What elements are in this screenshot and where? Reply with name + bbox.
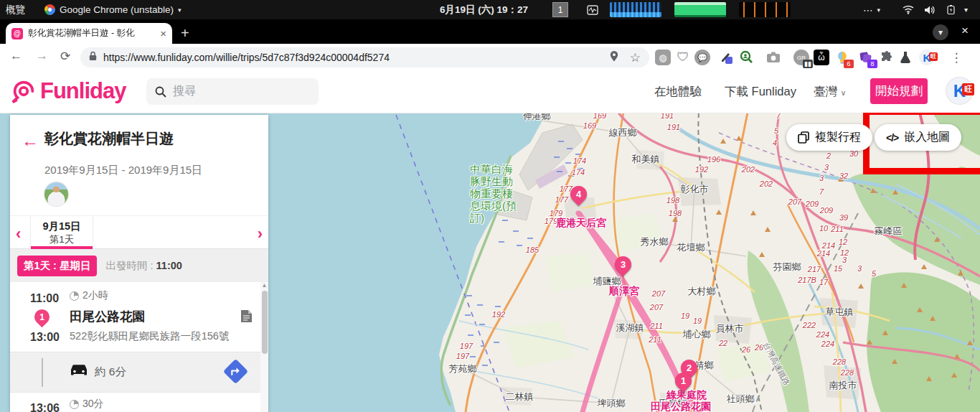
map-marker-4[interactable]: 4 <box>567 182 590 206</box>
road-ref-label: 3 <box>857 264 862 273</box>
road-ref-label: 39 <box>839 213 848 222</box>
tab-title: 彰化賞花潮帽半日遊 - 彰化 <box>28 27 155 39</box>
road-ref-label: 207 <box>788 197 801 206</box>
extensions-puzzle-icon[interactable] <box>879 50 895 65</box>
road-ref-label: 192 <box>492 310 505 319</box>
road-ref-label: 224 <box>816 330 829 339</box>
scroll-up-arrow[interactable]: ▲ <box>260 282 268 289</box>
bookmark-star-icon[interactable]: ☆ <box>630 50 641 65</box>
ext-stack-icon[interactable]: 8 <box>858 50 874 65</box>
road-ref-label: 169 <box>593 113 606 120</box>
ext-line-icon[interactable]: 💬 <box>694 50 710 65</box>
tab-strip: @ 彰化賞花潮帽半日遊 - 彰化 × + ▾ × <box>0 19 980 44</box>
location-pin-icon[interactable] <box>610 51 618 65</box>
next-day-chevron[interactable]: › <box>258 225 263 243</box>
map-marker-1[interactable]: 1 <box>672 369 695 393</box>
road-ref-label: 211 <box>831 225 844 233</box>
tray-chevron-icon[interactable]: ▾ <box>964 0 968 19</box>
road-ref-label: 10 <box>819 224 828 233</box>
tab-close-icon[interactable]: × <box>160 28 166 39</box>
ext-badge: 8 <box>867 60 877 68</box>
itinerary-stop-2[interactable]: 13:06 30分 <box>10 393 260 412</box>
browser-profile-avatar[interactable]: K旺 <box>919 50 935 65</box>
tab-search-icon[interactable]: ▾ <box>933 24 948 40</box>
url-text[interactable]: https://www.funliday.com/willie/trips/5d… <box>103 52 603 63</box>
wifi-icon[interactable] <box>903 0 914 19</box>
volume-icon[interactable] <box>924 0 936 19</box>
ext-search-person-icon[interactable] <box>738 50 754 65</box>
town-label: 草屯鎮 <box>826 306 854 319</box>
ext-lamp-icon[interactable]: ◍ <box>655 50 671 65</box>
clock-icon <box>70 400 79 409</box>
network-graph <box>739 0 791 19</box>
nav-download-funliday[interactable]: 下載 Funliday <box>725 84 796 100</box>
funliday-logo[interactable]: Funliday <box>10 78 126 105</box>
scrollbar-thumb[interactable] <box>262 291 268 354</box>
stop-start-time: 13:06 <box>30 402 60 412</box>
app-menu[interactable]: Google Chrome (unstable) ▾ <box>44 0 182 19</box>
start-planning-button[interactable]: 開始規劃 <box>870 78 928 104</box>
prev-day-chevron[interactable]: ‹ <box>16 225 21 243</box>
ext-screenshot-icon[interactable]: GR▮▮ <box>793 50 809 65</box>
new-tab-button[interactable]: + <box>181 25 189 41</box>
day-tab-bar: ‹ 9月15日 第1天 › <box>10 215 268 249</box>
navigate-icon[interactable] <box>223 359 248 384</box>
copy-trip-button[interactable]: 複製行程 <box>786 124 872 151</box>
clock-datetime[interactable]: 6月19日 (六) 19：27 <box>440 0 528 19</box>
embed-map-button[interactable]: </> 嵌入地圖 <box>875 124 961 151</box>
overview-button[interactable]: 概覽 <box>6 0 25 19</box>
workspace-indicator[interactable]: 1 <box>552 0 568 19</box>
stop-duration: 2小時 <box>83 289 108 302</box>
window-close-icon[interactable]: × <box>961 24 969 38</box>
road-ref-label: 228 <box>841 368 854 377</box>
map-marker-3[interactable]: 3 <box>611 253 635 276</box>
browser-menu-icon[interactable]: ⋮ <box>948 50 964 65</box>
note-icon[interactable] <box>240 309 253 326</box>
back-arrow-icon[interactable]: ← <box>22 131 39 151</box>
ext-eyedropper-icon[interactable] <box>719 50 735 65</box>
departure-time: 11:00 <box>156 260 182 271</box>
itinerary-stop-1[interactable]: 11:00 1 13:00 2小時 田尾公路花園 522彰化縣田尾鄉民族路一段1… <box>10 282 268 352</box>
back-button[interactable]: ← <box>10 49 22 63</box>
memory-graph <box>674 0 726 19</box>
user-avatar[interactable]: K旺 <box>946 78 973 104</box>
search-input[interactable]: 搜尋 <box>146 78 319 105</box>
browser-tab[interactable]: @ 彰化賞花潮帽半日遊 - 彰化 × <box>6 23 172 44</box>
ext-bulb-icon[interactable]: 6 <box>834 50 850 65</box>
poi-label[interactable]: 順澤宮 <box>609 285 639 298</box>
trip-date-range: 2019年9月15日 - 2019年9月15日 <box>44 164 202 177</box>
ext-flask-icon[interactable] <box>897 50 913 65</box>
address-bar[interactable]: https://www.funliday.com/willie/trips/5d… <box>80 47 649 67</box>
nav-local-experience[interactable]: 在地體驗 <box>654 84 702 100</box>
system-monitor-icon[interactable] <box>587 0 598 19</box>
poi-label[interactable]: 田尾公路花園 <box>651 401 711 412</box>
road-ref-label: 19 <box>693 317 702 325</box>
town-label: 南投市 <box>829 379 857 392</box>
browser-toolbar: ← → ⟳ https://www.funliday.com/willie/tr… <box>0 44 980 71</box>
poi-label[interactable]: 鹿港天后宮 <box>556 217 606 230</box>
transit-row: 約 6分 <box>10 352 260 393</box>
road-ref-label: 19 <box>681 312 689 320</box>
tray-more-menu[interactable]: ⋯▾ <box>863 0 880 19</box>
nav-region-selector[interactable]: 臺灣 ∨ <box>814 84 847 100</box>
forward-button[interactable]: → <box>36 49 48 63</box>
sidebar-scrollbar[interactable]: ▲ <box>260 282 268 412</box>
tab-day-1[interactable]: 9月15日 第1天 <box>30 216 93 249</box>
stop-address: 522彰化縣田尾鄉民族路一段156號 <box>70 329 229 343</box>
trip-owner-avatar[interactable] <box>44 182 68 206</box>
road-ref-label: 228 <box>833 357 846 366</box>
road-ref-label: 32 <box>839 172 848 180</box>
map-canvas[interactable]: 伸港鄉線西鄉和美鎮彰化市秀水鄉花壇鄉芬園鄉大村鄉埔鹽鄉溪湖鎮埔心鄉員林市永靖鄉社… <box>0 113 980 412</box>
reload-button[interactable]: ⟳ <box>60 49 70 64</box>
lock-icon[interactable] <box>89 51 97 64</box>
ext-shield-icon[interactable]: 🛡 <box>675 50 691 65</box>
ext-camera-icon[interactable] <box>765 50 781 65</box>
road-ref-label: 198 <box>666 196 679 205</box>
ext-owl-icon[interactable]: ὦ <box>814 50 829 65</box>
battery-icon[interactable] <box>946 0 956 19</box>
car-icon[interactable] <box>69 362 89 381</box>
town-label: 霧峰區 <box>875 225 903 238</box>
logo-text: Funliday <box>40 78 126 104</box>
road-ref-label: 209 <box>806 200 819 208</box>
road-ref-label: 3 <box>842 256 847 264</box>
